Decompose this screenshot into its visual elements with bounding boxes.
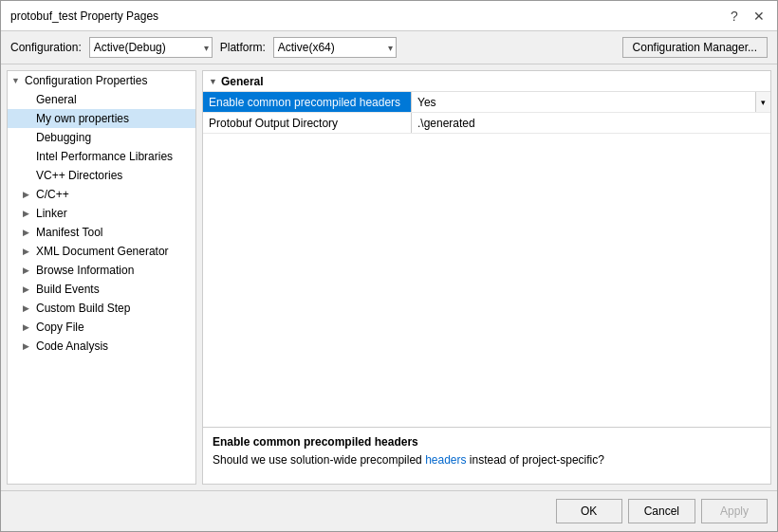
tree-expand-icon: ▼ [11, 76, 25, 85]
footer: OK Cancel Apply [1, 490, 777, 531]
tree-item-label: XML Document Generator [36, 245, 169, 258]
description-title: Enable common precompiled headers [213, 435, 761, 449]
prop-name-protobuf-output: Protobuf Output Directory [203, 113, 412, 133]
tree-panel: ▼Configuration PropertiesGeneralMy own p… [7, 70, 196, 485]
tree-item-label: Debugging [36, 131, 91, 144]
tree-item-label: Custom Build Step [36, 302, 130, 315]
tree-item-label: My own properties [36, 112, 129, 125]
prop-value-protobuf-output: .\generated [412, 117, 770, 130]
tree-item-intel-perf[interactable]: Intel Performance Libraries [8, 147, 195, 166]
tree-item-linker[interactable]: ▶Linker [8, 204, 195, 223]
tree-expand-icon: ▶ [23, 247, 36, 256]
tree-expand-icon: ▶ [23, 266, 36, 275]
property-rows-container: Enable common precompiled headersYes▾Pro… [203, 92, 770, 134]
tree-item-copy-file[interactable]: ▶Copy File [8, 318, 195, 337]
tree-expand-icon: ▶ [23, 228, 36, 237]
property-row-protobuf-output[interactable]: Protobuf Output Directory.\generated [203, 113, 770, 134]
prop-value-enable-precompiled: Yes [412, 96, 755, 109]
tree-item-label: Code Analysis [36, 339, 108, 353]
platform-label: Platform: [220, 41, 266, 54]
tree-item-xml-doc[interactable]: ▶XML Document Generator [8, 242, 195, 261]
tree-item-vc-dirs[interactable]: VC++ Directories [8, 166, 195, 185]
description-area: Enable common precompiled headers Should… [203, 427, 770, 484]
help-button[interactable]: ? [726, 8, 743, 25]
tree-item-custom-build[interactable]: ▶Custom Build Step [8, 299, 195, 318]
tree-expand-icon: ▶ [23, 322, 36, 332]
tree-item-label: Linker [36, 207, 67, 220]
tree-item-general[interactable]: General [8, 90, 195, 109]
tree-item-label: Copy File [36, 321, 84, 334]
prop-dropdown-enable-precompiled[interactable]: ▾ [755, 92, 770, 112]
tree-item-code-analysis[interactable]: ▶Code Analysis [8, 337, 195, 356]
main-content: ▼Configuration PropertiesGeneralMy own p… [1, 64, 777, 490]
apply-button[interactable]: Apply [701, 499, 768, 523]
ok-button[interactable]: OK [556, 499, 622, 523]
configuration-select[interactable]: Active(Debug) [89, 37, 213, 58]
tree-item-label: C/C++ [36, 188, 69, 201]
tree-item-config-props[interactable]: ▼Configuration Properties [8, 71, 195, 90]
property-row-enable-precompiled[interactable]: Enable common precompiled headersYes▾ [203, 92, 770, 113]
property-panel: ▼ General Enable common precompiled head… [202, 70, 771, 485]
tree-item-label: Intel Performance Libraries [36, 150, 173, 163]
tree-item-my-own-props[interactable]: My own properties [8, 109, 195, 128]
tree-item-label: Build Events [36, 283, 100, 296]
tree-expand-icon: ▶ [23, 341, 36, 351]
platform-select-wrapper[interactable]: Active(x64) [273, 37, 397, 58]
tree-item-label: Manifest Tool [36, 226, 102, 239]
title-bar: protobuf_test Property Pages ? ✕ [1, 1, 777, 31]
tree-expand-icon: ▶ [23, 303, 36, 313]
platform-select[interactable]: Active(x64) [273, 37, 397, 58]
configuration-label: Configuration: [10, 41, 82, 54]
tree-item-label: General [36, 93, 77, 106]
config-bar: Configuration: Active(Debug) Platform: A… [1, 31, 777, 64]
description-text: Should we use solution-wide precompiled … [213, 452, 761, 468]
close-button[interactable]: ✕ [750, 8, 768, 25]
tree-item-manifest-tool[interactable]: ▶Manifest Tool [8, 223, 195, 242]
description-link: headers [425, 453, 466, 467]
tree-item-label: Configuration Properties [25, 74, 147, 87]
tree-expand-icon: ▶ [23, 190, 36, 199]
title-controls: ? ✕ [726, 8, 768, 25]
tree-item-label: Browse Information [36, 264, 134, 277]
window-title: protobuf_test Property Pages [10, 9, 158, 23]
configuration-select-wrapper[interactable]: Active(Debug) [89, 37, 213, 58]
tree-item-browse-info[interactable]: ▶Browse Information [8, 261, 195, 280]
tree-expand-icon: ▶ [23, 284, 36, 294]
general-section-header: ▼ General [203, 71, 770, 92]
configuration-manager-button[interactable]: Configuration Manager... [622, 37, 768, 58]
tree-item-build-events[interactable]: ▶Build Events [8, 280, 195, 299]
property-area: ▼ General Enable common precompiled head… [203, 71, 770, 427]
property-pages-window: protobuf_test Property Pages ? ✕ Configu… [0, 0, 778, 532]
tree-item-label: VC++ Directories [36, 169, 122, 182]
title-bar-left: protobuf_test Property Pages [10, 9, 158, 23]
prop-name-enable-precompiled: Enable common precompiled headers [203, 92, 412, 112]
tree-expand-icon: ▶ [23, 209, 36, 218]
section-label: General [221, 75, 264, 88]
cancel-button[interactable]: Cancel [628, 499, 695, 523]
tree-item-cpp[interactable]: ▶C/C++ [8, 185, 195, 204]
tree-item-debugging[interactable]: Debugging [8, 128, 195, 147]
section-toggle-icon: ▼ [209, 77, 217, 86]
